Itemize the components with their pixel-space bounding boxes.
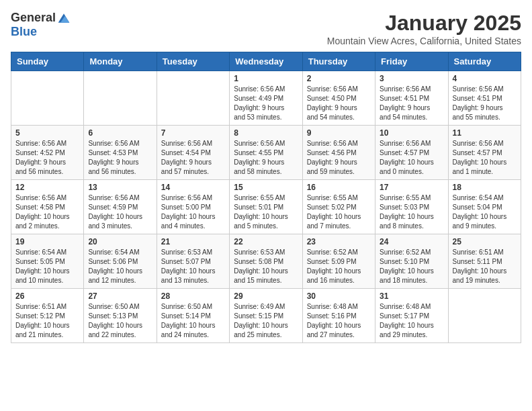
day-info: Sunrise: 6:56 AM Sunset: 4:57 PM Dayligh… — [453, 139, 517, 177]
day-info: Sunrise: 6:55 AM Sunset: 5:01 PM Dayligh… — [234, 193, 298, 231]
day-number: 17 — [380, 183, 443, 192]
calendar-cell: 3Sunrise: 6:56 AM Sunset: 4:51 PM Daylig… — [375, 71, 448, 126]
day-number: 16 — [307, 183, 371, 192]
calendar-cell: 14Sunrise: 6:56 AM Sunset: 5:00 PM Dayli… — [157, 180, 229, 234]
calendar-cell: 21Sunrise: 6:53 AM Sunset: 5:07 PM Dayli… — [157, 234, 229, 289]
day-info: Sunrise: 6:56 AM Sunset: 4:51 PM Dayligh… — [453, 85, 517, 122]
location-title: Mountain View Acres, California, United … — [327, 36, 521, 46]
day-number: 2 — [307, 74, 371, 83]
day-info: Sunrise: 6:53 AM Sunset: 5:07 PM Dayligh… — [161, 248, 225, 285]
day-info: Sunrise: 6:55 AM Sunset: 5:02 PM Dayligh… — [307, 193, 371, 231]
day-number: 5 — [15, 128, 79, 138]
day-info: Sunrise: 6:52 AM Sunset: 5:10 PM Dayligh… — [380, 248, 443, 285]
calendar-cell — [11, 71, 84, 126]
calendar-cell: 5Sunrise: 6:56 AM Sunset: 4:52 PM Daylig… — [11, 126, 84, 180]
calendar-cell: 2Sunrise: 6:56 AM Sunset: 4:50 PM Daylig… — [302, 71, 375, 126]
calendar-cell: 23Sunrise: 6:52 AM Sunset: 5:09 PM Dayli… — [302, 234, 375, 289]
day-number: 25 — [453, 237, 517, 246]
day-number: 15 — [234, 183, 298, 192]
calendar-cell: 9Sunrise: 6:56 AM Sunset: 4:56 PM Daylig… — [302, 126, 375, 180]
day-number: 29 — [234, 291, 298, 301]
day-info: Sunrise: 6:51 AM Sunset: 5:12 PM Dayligh… — [15, 302, 79, 340]
calendar-cell: 12Sunrise: 6:56 AM Sunset: 4:58 PM Dayli… — [11, 180, 84, 234]
calendar-cell: 11Sunrise: 6:56 AM Sunset: 4:57 PM Dayli… — [448, 126, 521, 180]
day-number: 7 — [161, 128, 225, 138]
title-section: January 2025 Mountain View Acres, Califo… — [327, 11, 521, 46]
calendar-cell: 25Sunrise: 6:51 AM Sunset: 5:11 PM Dayli… — [448, 234, 521, 289]
calendar-cell: 28Sunrise: 6:50 AM Sunset: 5:14 PM Dayli… — [157, 289, 229, 343]
day-number: 6 — [88, 128, 152, 138]
weekday-header-cell: Saturday — [448, 52, 521, 71]
day-number: 24 — [380, 237, 443, 246]
day-number: 23 — [307, 237, 371, 246]
day-number: 4 — [453, 74, 517, 83]
calendar-cell: 15Sunrise: 6:55 AM Sunset: 5:01 PM Dayli… — [230, 180, 302, 234]
day-number: 21 — [161, 237, 225, 246]
weekday-header-cell: Wednesday — [230, 52, 302, 71]
day-number: 8 — [234, 128, 298, 138]
day-info: Sunrise: 6:56 AM Sunset: 4:52 PM Dayligh… — [15, 139, 79, 177]
day-info: Sunrise: 6:50 AM Sunset: 5:13 PM Dayligh… — [88, 302, 152, 340]
day-info: Sunrise: 6:52 AM Sunset: 5:09 PM Dayligh… — [307, 248, 371, 285]
calendar-week-row: 1Sunrise: 6:56 AM Sunset: 4:49 PM Daylig… — [11, 71, 521, 126]
logo-blue-text: Blue — [11, 25, 37, 39]
weekday-header-cell: Monday — [84, 52, 157, 71]
calendar-cell: 22Sunrise: 6:53 AM Sunset: 5:08 PM Dayli… — [230, 234, 302, 289]
weekday-header-cell: Thursday — [302, 52, 375, 71]
weekday-header-row: SundayMondayTuesdayWednesdayThursdayFrid… — [11, 52, 521, 71]
day-info: Sunrise: 6:56 AM Sunset: 4:49 PM Dayligh… — [234, 85, 298, 122]
calendar-cell: 13Sunrise: 6:56 AM Sunset: 4:59 PM Dayli… — [84, 180, 157, 234]
day-number: 13 — [88, 183, 152, 192]
day-number: 1 — [234, 74, 298, 83]
calendar-cell: 29Sunrise: 6:49 AM Sunset: 5:15 PM Dayli… — [230, 289, 302, 343]
day-info: Sunrise: 6:54 AM Sunset: 5:04 PM Dayligh… — [453, 193, 517, 231]
calendar-cell: 20Sunrise: 6:54 AM Sunset: 5:06 PM Dayli… — [84, 234, 157, 289]
page-header: General Blue January 2025 Mountain View … — [11, 11, 521, 46]
day-info: Sunrise: 6:55 AM Sunset: 5:03 PM Dayligh… — [380, 193, 443, 231]
calendar-cell: 16Sunrise: 6:55 AM Sunset: 5:02 PM Dayli… — [302, 180, 375, 234]
calendar-table: SundayMondayTuesdayWednesdayThursdayFrid… — [11, 52, 521, 343]
day-info: Sunrise: 6:56 AM Sunset: 5:00 PM Dayligh… — [161, 193, 225, 231]
day-info: Sunrise: 6:54 AM Sunset: 5:05 PM Dayligh… — [15, 248, 79, 285]
calendar-cell: 8Sunrise: 6:56 AM Sunset: 4:55 PM Daylig… — [230, 126, 302, 180]
calendar-cell: 6Sunrise: 6:56 AM Sunset: 4:53 PM Daylig… — [84, 126, 157, 180]
day-info: Sunrise: 6:56 AM Sunset: 4:57 PM Dayligh… — [380, 139, 443, 177]
day-number: 31 — [380, 291, 443, 301]
calendar-week-row: 19Sunrise: 6:54 AM Sunset: 5:05 PM Dayli… — [11, 234, 521, 289]
calendar-week-row: 5Sunrise: 6:56 AM Sunset: 4:52 PM Daylig… — [11, 126, 521, 180]
logo-general-text: General — [11, 11, 56, 25]
weekday-header-cell: Sunday — [11, 52, 84, 71]
day-number: 22 — [234, 237, 298, 246]
calendar-cell: 27Sunrise: 6:50 AM Sunset: 5:13 PM Dayli… — [84, 289, 157, 343]
day-number: 18 — [453, 183, 517, 192]
calendar-cell — [448, 289, 521, 343]
calendar-cell: 18Sunrise: 6:54 AM Sunset: 5:04 PM Dayli… — [448, 180, 521, 234]
day-info: Sunrise: 6:56 AM Sunset: 4:53 PM Dayligh… — [88, 139, 152, 177]
day-number: 27 — [88, 291, 152, 301]
calendar-cell: 17Sunrise: 6:55 AM Sunset: 5:03 PM Dayli… — [375, 180, 448, 234]
calendar-cell: 26Sunrise: 6:51 AM Sunset: 5:12 PM Dayli… — [11, 289, 84, 343]
calendar-cell: 24Sunrise: 6:52 AM Sunset: 5:10 PM Dayli… — [375, 234, 448, 289]
day-info: Sunrise: 6:56 AM Sunset: 4:54 PM Dayligh… — [161, 139, 225, 177]
weekday-header-cell: Friday — [375, 52, 448, 71]
day-number: 28 — [161, 291, 225, 301]
day-info: Sunrise: 6:48 AM Sunset: 5:17 PM Dayligh… — [380, 302, 443, 340]
day-info: Sunrise: 6:56 AM Sunset: 4:51 PM Dayligh… — [380, 85, 443, 122]
calendar-body: 1Sunrise: 6:56 AM Sunset: 4:49 PM Daylig… — [11, 71, 521, 343]
day-info: Sunrise: 6:49 AM Sunset: 5:15 PM Dayligh… — [234, 302, 298, 340]
day-number: 9 — [307, 128, 371, 138]
calendar-cell — [84, 71, 157, 126]
day-info: Sunrise: 6:56 AM Sunset: 4:59 PM Dayligh… — [88, 193, 152, 231]
month-title: January 2025 — [327, 11, 521, 36]
calendar-cell: 10Sunrise: 6:56 AM Sunset: 4:57 PM Dayli… — [375, 126, 448, 180]
day-info: Sunrise: 6:54 AM Sunset: 5:06 PM Dayligh… — [88, 248, 152, 285]
calendar-cell: 4Sunrise: 6:56 AM Sunset: 4:51 PM Daylig… — [448, 71, 521, 126]
calendar-cell: 30Sunrise: 6:48 AM Sunset: 5:16 PM Dayli… — [302, 289, 375, 343]
day-info: Sunrise: 6:56 AM Sunset: 4:55 PM Dayligh… — [234, 139, 298, 177]
day-info: Sunrise: 6:56 AM Sunset: 4:56 PM Dayligh… — [307, 139, 371, 177]
weekday-header-cell: Tuesday — [157, 52, 229, 71]
calendar-cell — [157, 71, 229, 126]
calendar-week-row: 26Sunrise: 6:51 AM Sunset: 5:12 PM Dayli… — [11, 289, 521, 343]
day-number: 14 — [161, 183, 225, 192]
day-number: 12 — [15, 183, 79, 192]
